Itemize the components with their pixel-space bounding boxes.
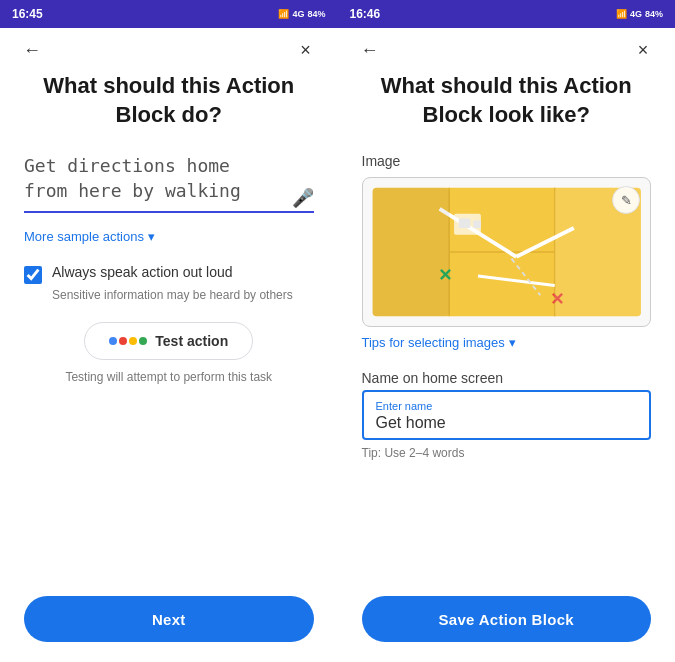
close-button-2[interactable]: × xyxy=(627,34,659,66)
screen-title-2: What should this Action Block look like? xyxy=(362,72,652,129)
status-bar-1: 16:45 📶 4G 84% xyxy=(0,0,338,28)
next-button[interactable]: Next xyxy=(24,596,314,642)
status-time-2: 16:46 xyxy=(350,7,381,21)
svg-rect-10 xyxy=(473,221,481,229)
status-bar-2: 16:46 📶 4G 84% xyxy=(338,0,676,28)
nav-bar-1: ← × xyxy=(0,28,338,72)
nav-bar-2: ← × xyxy=(338,28,676,72)
google-dots-icon xyxy=(109,337,147,345)
tips-link[interactable]: Tips for selecting images ▾ xyxy=(362,335,652,350)
screen-content-2: What should this Action Block look like?… xyxy=(338,72,676,580)
more-sample-actions[interactable]: More sample actions ▾ xyxy=(24,229,314,244)
back-button-2[interactable]: ← xyxy=(354,34,386,66)
status-time-1: 16:45 xyxy=(12,7,43,21)
test-action-button[interactable]: Test action xyxy=(84,322,253,360)
bluetooth-icon-2: 📶 xyxy=(616,9,627,19)
status-icons-2: 📶 4G 84% xyxy=(616,9,663,19)
dot-blue xyxy=(109,337,117,345)
checkbox-row: Always speak action out loud xyxy=(24,264,314,284)
chevron-down-icon-sample: ▾ xyxy=(148,229,155,244)
dot-yellow xyxy=(129,337,137,345)
back-button-1[interactable]: ← xyxy=(16,34,48,66)
action-input-container: Get directions home from here by walking… xyxy=(24,153,314,217)
more-sample-actions-label: More sample actions xyxy=(24,229,144,244)
name-input[interactable] xyxy=(376,414,638,432)
svg-rect-13 xyxy=(372,188,449,316)
chevron-down-icon-tips: ▾ xyxy=(509,335,516,350)
bottom-btn-area-1: Next xyxy=(0,580,338,662)
battery-level-2: 84% xyxy=(645,9,663,19)
dot-red xyxy=(119,337,127,345)
network-type-2: 4G xyxy=(630,9,642,19)
name-section-label: Name on home screen xyxy=(362,370,652,386)
name-tip: Tip: Use 2–4 words xyxy=(362,446,652,460)
screen-content-1: What should this Action Block do? Get di… xyxy=(0,72,338,580)
dot-green xyxy=(139,337,147,345)
name-floating-label: Enter name xyxy=(376,400,638,412)
bottom-btn-area-2: Save Action Block xyxy=(338,580,676,662)
phone-screen-2: 16:46 📶 4G 84% ← × What should this Acti… xyxy=(338,0,676,662)
battery-level-1: 84% xyxy=(307,9,325,19)
checkbox-label: Always speak action out loud xyxy=(52,264,233,280)
network-type-1: 4G xyxy=(292,9,304,19)
test-action-label: Test action xyxy=(155,333,228,349)
map-illustration: ✕ ✕ xyxy=(363,178,651,326)
save-action-block-button[interactable]: Save Action Block xyxy=(362,596,652,642)
svg-rect-9 xyxy=(458,219,470,229)
speak-aloud-checkbox[interactable] xyxy=(24,266,42,284)
image-section-label: Image xyxy=(362,153,652,169)
checkbox-subtext: Sensitive information may be heard by ot… xyxy=(52,288,314,302)
edit-image-button[interactable]: ✎ xyxy=(612,186,640,214)
screen-title-1: What should this Action Block do? xyxy=(24,72,314,129)
test-action-hint: Testing will attempt to perform this tas… xyxy=(24,370,314,384)
image-picker[interactable]: ✕ ✕ ✎ xyxy=(362,177,652,327)
name-input-wrapper: Enter name xyxy=(362,390,652,440)
tips-link-label: Tips for selecting images xyxy=(362,335,505,350)
mic-icon[interactable]: 🎤 xyxy=(292,187,314,209)
bluetooth-icon: 📶 xyxy=(278,9,289,19)
status-icons-1: 📶 4G 84% xyxy=(278,9,325,19)
close-button-1[interactable]: × xyxy=(290,34,322,66)
phone-screen-1: 16:45 📶 4G 84% ← × What should this Acti… xyxy=(0,0,338,662)
action-input[interactable]: Get directions home from here by walking xyxy=(24,153,314,213)
